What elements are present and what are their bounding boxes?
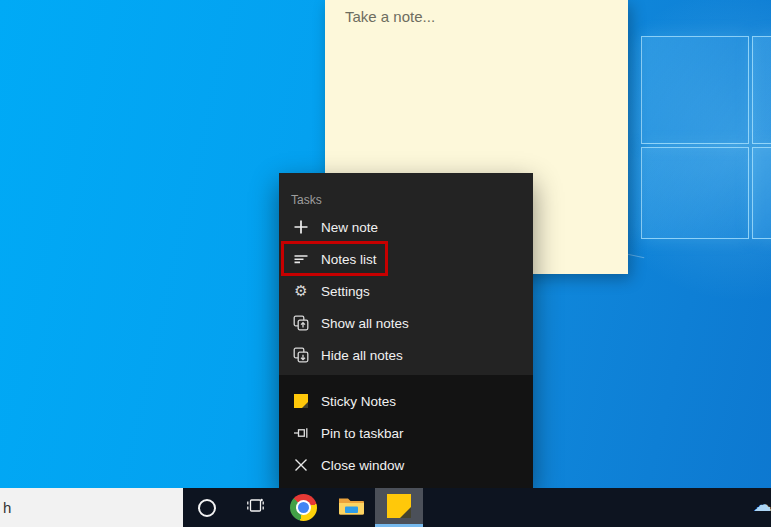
sticky-notes-icon (387, 494, 411, 522)
menu-item-new-note[interactable]: New note (279, 211, 533, 243)
desktop: Take a note... Tasks New note Note (0, 0, 771, 527)
windows-logo-pane (752, 147, 771, 239)
menu-item-label: Sticky Notes (321, 394, 396, 409)
onedrive-icon[interactable]: ☁ (753, 493, 771, 515)
menu-item-settings[interactable]: ⚙ Settings (279, 275, 533, 307)
file-explorer-button[interactable] (327, 488, 375, 527)
chrome-button[interactable] (279, 488, 327, 527)
taskbar-search-input[interactable]: h (0, 488, 183, 527)
pin-icon (293, 425, 309, 441)
menu-item-label: Pin to taskbar (321, 426, 404, 441)
taskbar: h (0, 488, 771, 527)
note-placeholder[interactable]: Take a note... (345, 8, 435, 25)
windows-logo-pane (752, 36, 771, 144)
windows-logo-pane (641, 36, 749, 144)
chrome-icon (290, 494, 317, 521)
task-view-icon (246, 497, 265, 518)
menu-item-sticky-notes-app[interactable]: Sticky Notes (279, 385, 533, 417)
menu-item-close-window[interactable]: Close window (279, 449, 533, 481)
highlight-box (281, 241, 388, 276)
windows-logo-pane (641, 147, 749, 239)
gear-icon: ⚙ (293, 283, 309, 299)
menu-item-label: Hide all notes (321, 348, 403, 363)
menu-item-label: Show all notes (321, 316, 409, 331)
jumplist-menu: Tasks New note Notes list (279, 173, 533, 488)
jumplist-app-section: Sticky Notes Pin to taskbar (279, 375, 533, 488)
sticky-notes-app-icon (293, 393, 309, 409)
cortana-icon (198, 499, 216, 517)
task-view-button[interactable] (231, 488, 279, 527)
menu-item-show-all-notes[interactable]: Show all notes (279, 307, 533, 339)
tasks-section-label: Tasks (279, 189, 533, 211)
file-explorer-icon (338, 495, 365, 521)
menu-item-label: New note (321, 220, 378, 235)
sticky-notes-button[interactable] (375, 488, 423, 527)
show-all-notes-icon (293, 315, 309, 331)
hide-all-notes-icon (293, 347, 309, 363)
cortana-button[interactable] (183, 488, 231, 527)
search-text: h (3, 499, 11, 516)
menu-item-pin-to-taskbar[interactable]: Pin to taskbar (279, 417, 533, 449)
plus-icon (293, 219, 309, 235)
menu-item-label: Close window (321, 458, 404, 473)
close-icon (293, 457, 309, 473)
menu-item-hide-all-notes[interactable]: Hide all notes (279, 339, 533, 371)
menu-item-label: Settings (321, 284, 370, 299)
